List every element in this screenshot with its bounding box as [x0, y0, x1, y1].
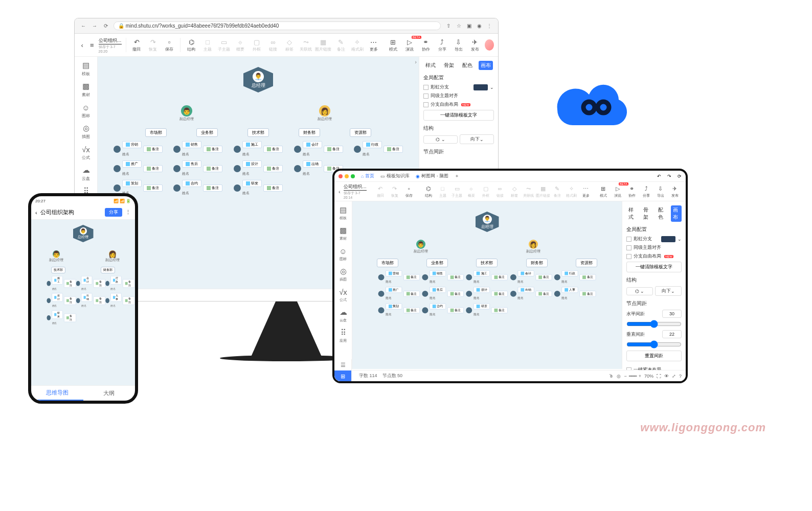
publish-icon: ✈	[471, 38, 479, 46]
v-space-slider[interactable]	[626, 340, 682, 349]
user-avatar[interactable]	[485, 39, 494, 51]
reload-icon[interactable]: ⟳	[102, 22, 109, 30]
rail-icon[interactable]: ☺图标	[81, 103, 91, 119]
save-button[interactable]: ▫保存	[163, 37, 176, 53]
share-button[interactable]: ⤴分享	[436, 37, 449, 53]
export-button[interactable]: ⇩导出	[452, 37, 465, 53]
rail-asset[interactable]: ▩素材	[81, 82, 91, 98]
dept-biz[interactable]: 业务部	[196, 128, 218, 137]
help-icon[interactable]: ?	[679, 374, 682, 379]
dept-res[interactable]: 资源部	[350, 128, 371, 137]
view-outline-icon[interactable]: ☰	[334, 359, 351, 370]
dept-fin[interactable]: 财务部	[299, 128, 320, 137]
zoom-out-icon[interactable]: −	[624, 374, 626, 379]
vgm-left[interactable]: 👨副总经理	[179, 105, 194, 122]
chk-align[interactable]	[423, 94, 428, 99]
dept-tech[interactable]: 技术部	[247, 128, 269, 137]
tab-skeleton[interactable]: 骨架	[442, 61, 456, 70]
dept-market[interactable]: 市场部	[145, 128, 167, 137]
profile-icon[interactable]: ◉	[476, 22, 483, 30]
publish-button[interactable]: ✈发布	[468, 37, 482, 53]
chk-rainbow[interactable]	[423, 85, 428, 90]
more-icon: ⋯	[370, 38, 378, 46]
more-button[interactable]: ⋯更多	[367, 37, 380, 53]
rail-template[interactable]: ▤模板	[81, 61, 91, 77]
browser-chrome: ← → ⟳ 🔒 mind.shutu.cn/?works_guid=48abee…	[75, 18, 498, 34]
phone-status-bar: 20:27 📶 📶 🔋	[31, 196, 135, 205]
collab-button[interactable]: ⚭协作	[419, 37, 433, 53]
fullscreen-icon[interactable]: ⤢	[672, 374, 676, 379]
mouse-icon[interactable]: 🖱	[609, 374, 614, 379]
tab-add[interactable]: ＋	[455, 173, 459, 179]
phone-share-button[interactable]: 分享	[105, 208, 122, 217]
center-icon[interactable]: ◎	[617, 374, 621, 379]
vgm-right[interactable]: 👩副总经理	[318, 105, 332, 122]
nav-fwd-icon[interactable]: →	[91, 22, 98, 30]
h-space-input[interactable]: 30	[662, 310, 682, 318]
swatch-rainbow[interactable]	[473, 84, 488, 90]
struct-dir-select[interactable]: 向下 ⌄	[460, 134, 494, 144]
chevron-down-icon[interactable]: ⌄	[490, 85, 494, 90]
zoom-value: 70%	[644, 374, 653, 379]
outline-button: ▢外框	[250, 37, 263, 53]
traffic-lights[interactable]	[339, 174, 355, 178]
read-mode-icon[interactable]: 👁	[664, 374, 669, 379]
panel-collapse-icon[interactable]: ›	[415, 59, 417, 65]
tab-kb[interactable]: ▭模板知识库	[380, 173, 410, 179]
menu-icon[interactable]: ⋮	[486, 22, 493, 30]
rail-formula[interactable]: √x公式	[81, 145, 91, 160]
refresh-icon[interactable]: ⟳	[678, 174, 682, 179]
h-space-slider[interactable]	[626, 320, 682, 328]
fit-icon[interactable]: ⛶	[657, 374, 661, 379]
tab-tree[interactable]: ◉树图网 - 脑图	[416, 173, 448, 179]
tab-style[interactable]: 样式	[423, 61, 438, 70]
url-bar[interactable]: 🔒 mind.shutu.cn/?works_guid=48abeee76f29…	[114, 21, 441, 30]
phone-device: 20:27 📶 📶 🔋 ‹ 公司组织架构 分享 ⋮ 👨总经理 👨副总经理 👩副总…	[28, 193, 138, 404]
phone-more-icon[interactable]: ⋮	[125, 209, 131, 216]
chk-free[interactable]	[423, 102, 428, 107]
phone-tab-mind[interactable]: 思维导图	[31, 386, 83, 401]
tablet-canvas[interactable]: 👨‍💼总经理 👨副总经理 👩副总经理 市场部 业务部 技术部 财务部 资源部 营…	[352, 201, 622, 369]
gm-node[interactable]: 👨‍💼总经理	[243, 67, 273, 92]
upload-icon[interactable]: ⇧	[445, 22, 452, 30]
tab-home[interactable]: ⌂首页	[361, 173, 374, 179]
cloud-icon: ☁	[81, 166, 91, 175]
export-icon: ⇩	[455, 38, 463, 46]
back-icon[interactable]: ‹	[79, 41, 85, 49]
phone-tab-outline[interactable]: 大纲	[83, 386, 136, 401]
structure-button[interactable]: ⌬结构	[185, 37, 198, 53]
ext-icon[interactable]: ▣	[465, 22, 472, 30]
tablet-device: ⌂首页 ▭模板知识库 ◉树图网 - 脑图 ＋ ↶ ↷ ⟳ ‹ 公司组织…保存于 …	[332, 169, 688, 383]
rail-cloud[interactable]: ☁云盘	[81, 166, 91, 181]
rail-clip[interactable]: ◎插图	[81, 124, 91, 140]
org-root: 👨‍💼总经理	[243, 67, 273, 92]
zoom-in-icon[interactable]: +	[639, 374, 641, 379]
tab-color[interactable]: 配色	[460, 61, 475, 70]
history-fwd-icon[interactable]: ↷	[667, 174, 671, 179]
section-global: 全局配置	[423, 74, 494, 81]
back-icon[interactable]: ‹	[339, 188, 341, 196]
reset-spacing-button[interactable]: 重置间距	[626, 351, 682, 361]
menu-hamburger-icon[interactable]: ≡	[88, 41, 95, 49]
note-button: ✎备注	[334, 37, 348, 53]
present-button[interactable]: ▷BETA演说	[403, 37, 416, 53]
save-icon: ▫	[165, 38, 173, 46]
struct-type-select[interactable]: ⌬ ⌄	[423, 135, 458, 144]
doc-title[interactable]: 公司组织… 保存于 3-7 20:20	[99, 37, 122, 53]
rp-tabs: 样式 骨架 配色 画布	[423, 61, 494, 70]
zoom-slider[interactable]: ━━━	[629, 374, 637, 379]
phone-back-icon[interactable]: ‹	[35, 210, 37, 216]
nav-back-icon[interactable]: ←	[80, 22, 87, 30]
star-icon[interactable]: ☆	[455, 22, 462, 30]
relation-button: ⤳关联线	[299, 37, 312, 53]
tab-canvas[interactable]: 画布	[479, 61, 493, 70]
phone-canvas[interactable]: 👨总经理 👨副总经理 👩副总经理 技术部 财务部 施工姓名备注 设计姓名备注 研…	[31, 220, 135, 385]
history-back-icon[interactable]: ↶	[657, 174, 661, 179]
v-space-input[interactable]: 22	[662, 330, 682, 338]
label-button: ◇标签	[283, 37, 296, 53]
mode-button[interactable]: ⊞模式	[387, 37, 400, 53]
clear-template-button[interactable]: 一键清除模板文字	[423, 110, 494, 121]
view-mindmap-icon[interactable]: ⊞	[334, 370, 351, 382]
redo-button[interactable]: ↷恢复	[146, 37, 160, 53]
undo-button[interactable]: ↶撤回	[130, 37, 143, 53]
